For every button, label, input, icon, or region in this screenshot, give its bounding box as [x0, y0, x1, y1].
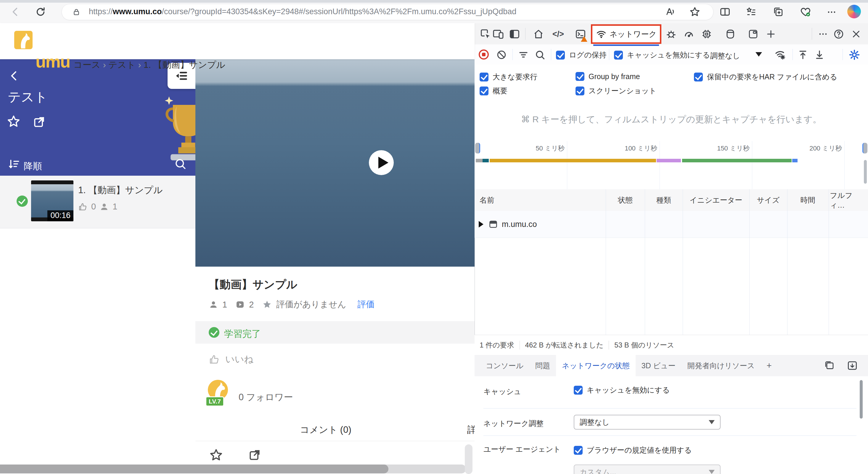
- har-pending-checkbox[interactable]: 保留中の要求をHAR ファイルに含める: [694, 72, 837, 82]
- filter-button[interactable]: [518, 50, 529, 60]
- request-row[interactable]: m.umu.co: [474, 211, 868, 238]
- device-emulation-button[interactable]: [493, 28, 504, 40]
- more-menu-button[interactable]: [827, 7, 837, 17]
- network-settings-button[interactable]: [848, 49, 860, 61]
- like-button[interactable]: いいね: [209, 353, 253, 365]
- import-har-button[interactable]: [798, 50, 808, 60]
- sort-button[interactable]: [8, 158, 20, 171]
- drawer-refresh-button[interactable]: [818, 355, 841, 376]
- column-fulfilled[interactable]: フルフィ…: [830, 189, 867, 211]
- drawer-tab-issues[interactable]: 問題: [529, 355, 556, 376]
- plus-icon: [765, 28, 777, 40]
- sidebar-favorite-button[interactable]: [6, 114, 21, 128]
- network-conditions-button[interactable]: [774, 49, 786, 61]
- sort-order-label[interactable]: 降順: [24, 160, 42, 172]
- devtools-close-button[interactable]: [850, 28, 862, 40]
- devtools-help-button[interactable]: [833, 28, 844, 40]
- sidebar-search-button[interactable]: [174, 157, 187, 170]
- export-har-icon: [814, 50, 825, 60]
- footer-share-button[interactable]: [248, 448, 261, 462]
- status-separator: [609, 341, 609, 350]
- video-player[interactable]: [195, 59, 474, 267]
- favorites-list-button[interactable]: [745, 6, 757, 18]
- footer-favorite-button[interactable]: [209, 448, 223, 462]
- breadcrumb-item-course[interactable]: コース: [73, 60, 100, 70]
- column-time[interactable]: 時間: [787, 189, 829, 211]
- column-initiator[interactable]: イニシエーター: [683, 189, 749, 211]
- drawer-tab-network-conditions[interactable]: ネットワークの状態: [556, 355, 636, 376]
- column-separator[interactable]: [749, 189, 750, 335]
- expand-caret-icon[interactable]: [479, 221, 484, 228]
- column-name[interactable]: 名前: [479, 189, 539, 211]
- column-separator[interactable]: [683, 189, 683, 335]
- column-separator[interactable]: [829, 189, 829, 335]
- disable-cache-checkbox[interactable]: キャッシュを無効にする: [614, 50, 710, 60]
- column-separator[interactable]: [787, 189, 787, 335]
- sidebar-back-button[interactable]: [8, 70, 20, 82]
- tab-performance[interactable]: [683, 28, 694, 40]
- tab-elements[interactable]: </>: [552, 30, 564, 39]
- favorite-button[interactable]: [689, 6, 701, 18]
- overview-left-handle[interactable]: [475, 143, 480, 153]
- play-button[interactable]: [369, 150, 394, 175]
- drawer-tab-console[interactable]: コンソール: [480, 355, 529, 376]
- browser-essentials-button[interactable]: [800, 6, 811, 18]
- throttling-caret-icon[interactable]: [755, 52, 762, 57]
- session-item-title[interactable]: 1. 【動画】サンプル: [78, 184, 162, 197]
- read-aloud-button[interactable]: [665, 6, 676, 17]
- vertical-scrollbar-thumb[interactable]: [465, 444, 472, 474]
- overview-scrollbar-thumb[interactable]: [864, 160, 867, 184]
- tab-debugger[interactable]: [665, 28, 677, 40]
- horizontal-scrollbar-thumb[interactable]: [0, 465, 389, 473]
- session-list-item[interactable]: 00:16 1. 【動画】サンプル 0 1: [0, 176, 195, 229]
- devtools-more-button[interactable]: [818, 29, 828, 39]
- screenshots-checkbox[interactable]: スクリーンショット: [576, 86, 657, 96]
- tab-devices[interactable]: [747, 28, 759, 40]
- drawer-disable-cache-checkbox[interactable]: キャッシュを無効にする: [574, 385, 670, 395]
- throttling-dropdown[interactable]: 調整なし: [710, 51, 740, 61]
- drawer-tab-3d-view[interactable]: 3D ビュー: [636, 355, 681, 376]
- stop-recording-button[interactable]: [479, 50, 489, 60]
- umu-logo-text[interactable]: umu: [35, 52, 70, 71]
- group-by-frame-label: Group by frame: [589, 72, 640, 81]
- search-network-button[interactable]: [535, 50, 545, 60]
- umu-logo[interactable]: [14, 31, 33, 49]
- breadcrumb-item-test[interactable]: テスト: [108, 60, 135, 70]
- add-tab-button[interactable]: [765, 28, 777, 40]
- drawer-tab-dev-resources[interactable]: 開発者向けリソース: [681, 355, 761, 376]
- collections-button[interactable]: [773, 6, 784, 18]
- url-path: /course/?groupId=430354&sKey=2948#/sessi…: [162, 7, 517, 16]
- split-screen-button[interactable]: [719, 6, 731, 18]
- overview-checkbox[interactable]: 概要: [479, 86, 507, 96]
- network-overview[interactable]: 50 ミリ秒 100 ミリ秒 150 ミリ秒 200 ミリ秒: [474, 141, 868, 190]
- request-name[interactable]: m.umu.co: [502, 220, 537, 229]
- activity-bar-button[interactable]: [509, 28, 520, 40]
- drawer-scrollbar-thumb[interactable]: [860, 380, 863, 419]
- rate-link[interactable]: 評価: [357, 299, 374, 310]
- copilot-button[interactable]: [847, 5, 861, 18]
- overview-right-handle[interactable]: [862, 143, 867, 153]
- tab-memory[interactable]: [701, 28, 712, 40]
- sidebar-share-button[interactable]: [33, 116, 45, 128]
- big-request-rows-checkbox[interactable]: 大きな要求行: [479, 72, 537, 82]
- column-status[interactable]: 状態: [606, 189, 645, 211]
- url-text[interactable]: https://www.umu.co/course/?groupId=43035…: [89, 7, 516, 16]
- refresh-button[interactable]: [35, 6, 46, 18]
- ua-default-checkbox[interactable]: ブラウザーの規定値を使用する: [574, 445, 692, 455]
- column-size[interactable]: サイズ: [749, 189, 787, 211]
- drawer-expand-button[interactable]: [841, 355, 864, 376]
- tab-network-annotation[interactable]: ネットワーク: [591, 24, 661, 44]
- drawer-add-tab-button[interactable]: +: [761, 355, 778, 376]
- panel-refresh-icon: [824, 360, 835, 371]
- clear-network-log-button[interactable]: [496, 50, 507, 60]
- tab-application[interactable]: [725, 28, 736, 40]
- video-thumbnail[interactable]: 00:16: [31, 180, 73, 221]
- preserve-log-checkbox[interactable]: ログの保持: [556, 50, 607, 60]
- inspect-element-button[interactable]: [480, 28, 491, 40]
- export-har-button[interactable]: [814, 50, 825, 60]
- back-button[interactable]: [10, 6, 21, 17]
- column-type[interactable]: 種類: [645, 189, 683, 211]
- group-by-frame-checkbox[interactable]: Group by frame: [576, 72, 640, 81]
- tab-welcome[interactable]: [533, 28, 544, 40]
- throttle-select[interactable]: 調整なし: [574, 415, 720, 429]
